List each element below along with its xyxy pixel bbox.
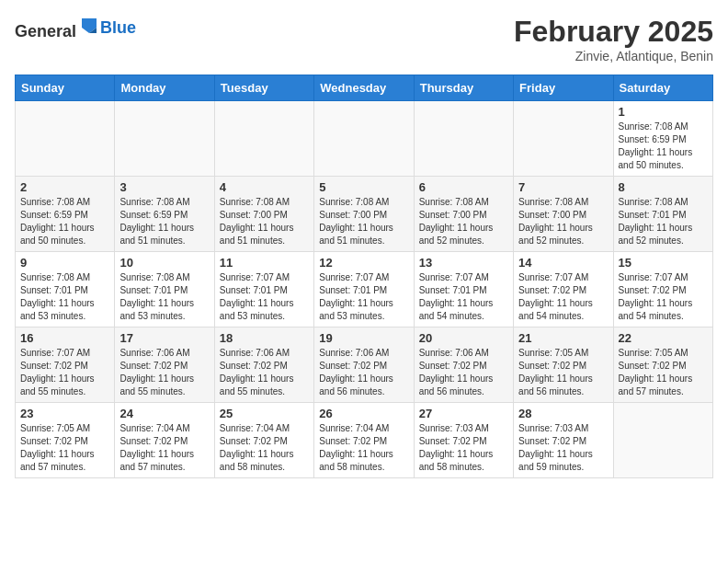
day-info: Sunrise: 7:06 AM Sunset: 7:02 PM Dayligh… <box>319 347 408 398</box>
day-info: Sunrise: 7:08 AM Sunset: 7:01 PM Dayligh… <box>619 196 708 247</box>
day-cell: 3Sunrise: 7:08 AM Sunset: 6:59 PM Daylig… <box>115 177 214 252</box>
day-cell: 27Sunrise: 7:03 AM Sunset: 7:02 PM Dayli… <box>414 403 513 478</box>
day-number: 16 <box>20 331 109 345</box>
day-number: 10 <box>119 256 209 270</box>
day-number: 13 <box>419 256 508 270</box>
location: Zinvie, Atlantique, Benin <box>514 49 713 63</box>
day-info: Sunrise: 7:04 AM Sunset: 7:02 PM Dayligh… <box>319 422 408 474</box>
weekday-header-wednesday: Wednesday <box>314 75 414 101</box>
day-number: 9 <box>20 256 109 270</box>
day-info: Sunrise: 7:05 AM Sunset: 7:02 PM Dayligh… <box>518 347 608 398</box>
month-title: February 2025 <box>514 15 713 49</box>
day-cell: 22Sunrise: 7:05 AM Sunset: 7:02 PM Dayli… <box>613 327 712 403</box>
day-cell <box>314 101 414 177</box>
day-info: Sunrise: 7:08 AM Sunset: 7:00 PM Dayligh… <box>419 196 508 247</box>
day-cell: 8Sunrise: 7:08 AM Sunset: 7:01 PM Daylig… <box>613 177 712 252</box>
day-info: Sunrise: 7:03 AM Sunset: 7:02 PM Dayligh… <box>518 422 608 474</box>
day-number: 8 <box>619 180 708 194</box>
day-number: 2 <box>20 180 109 194</box>
day-cell: 23Sunrise: 7:05 AM Sunset: 7:02 PM Dayli… <box>16 403 115 478</box>
logo-icon <box>78 15 100 37</box>
day-number: 23 <box>20 407 109 420</box>
day-cell: 10Sunrise: 7:08 AM Sunset: 7:01 PM Dayli… <box>115 252 214 327</box>
weekday-header-row: SundayMondayTuesdayWednesdayThursdayFrid… <box>16 75 713 101</box>
page-header: General Blue February 2025 Zinvie, Atlan… <box>15 15 713 63</box>
day-number: 5 <box>319 180 408 194</box>
day-number: 24 <box>119 407 209 420</box>
day-info: Sunrise: 7:05 AM Sunset: 7:02 PM Dayligh… <box>619 347 708 398</box>
day-cell: 28Sunrise: 7:03 AM Sunset: 7:02 PM Dayli… <box>514 403 613 478</box>
day-number: 3 <box>119 180 209 194</box>
day-number: 26 <box>319 407 408 420</box>
calendar-table: SundayMondayTuesdayWednesdayThursdayFrid… <box>15 75 713 478</box>
day-cell: 24Sunrise: 7:04 AM Sunset: 7:02 PM Dayli… <box>115 403 214 478</box>
day-info: Sunrise: 7:03 AM Sunset: 7:02 PM Dayligh… <box>419 422 508 474</box>
day-info: Sunrise: 7:06 AM Sunset: 7:02 PM Dayligh… <box>419 347 508 398</box>
day-number: 18 <box>220 331 309 345</box>
day-number: 25 <box>220 407 309 420</box>
day-number: 22 <box>619 331 708 345</box>
day-cell: 17Sunrise: 7:06 AM Sunset: 7:02 PM Dayli… <box>115 327 214 403</box>
day-cell: 15Sunrise: 7:07 AM Sunset: 7:02 PM Dayli… <box>613 252 712 327</box>
day-cell: 12Sunrise: 7:07 AM Sunset: 7:01 PM Dayli… <box>314 252 414 327</box>
day-info: Sunrise: 7:04 AM Sunset: 7:02 PM Dayligh… <box>220 422 309 474</box>
day-info: Sunrise: 7:07 AM Sunset: 7:01 PM Dayligh… <box>319 271 408 323</box>
day-cell: 26Sunrise: 7:04 AM Sunset: 7:02 PM Dayli… <box>314 403 414 478</box>
day-cell: 6Sunrise: 7:08 AM Sunset: 7:00 PM Daylig… <box>414 177 513 252</box>
day-number: 20 <box>419 331 508 345</box>
week-row-4: 16Sunrise: 7:07 AM Sunset: 7:02 PM Dayli… <box>16 327 713 403</box>
day-cell: 25Sunrise: 7:04 AM Sunset: 7:02 PM Dayli… <box>214 403 313 478</box>
day-number: 15 <box>619 256 708 270</box>
week-row-3: 9Sunrise: 7:08 AM Sunset: 7:01 PM Daylig… <box>16 252 713 327</box>
day-cell <box>16 101 115 177</box>
day-cell: 4Sunrise: 7:08 AM Sunset: 7:00 PM Daylig… <box>214 177 313 252</box>
day-info: Sunrise: 7:08 AM Sunset: 7:00 PM Dayligh… <box>319 196 408 247</box>
day-info: Sunrise: 7:08 AM Sunset: 6:59 PM Dayligh… <box>619 121 708 172</box>
day-cell: 2Sunrise: 7:08 AM Sunset: 6:59 PM Daylig… <box>16 177 115 252</box>
day-info: Sunrise: 7:08 AM Sunset: 7:00 PM Dayligh… <box>220 196 309 247</box>
day-cell: 5Sunrise: 7:08 AM Sunset: 7:00 PM Daylig… <box>314 177 414 252</box>
day-info: Sunrise: 7:08 AM Sunset: 6:59 PM Dayligh… <box>20 196 109 247</box>
day-number: 12 <box>319 256 408 270</box>
day-info: Sunrise: 7:07 AM Sunset: 7:01 PM Dayligh… <box>419 271 508 323</box>
day-info: Sunrise: 7:07 AM Sunset: 7:02 PM Dayligh… <box>518 271 608 323</box>
day-cell: 18Sunrise: 7:06 AM Sunset: 7:02 PM Dayli… <box>214 327 313 403</box>
weekday-header-friday: Friday <box>514 75 613 101</box>
day-cell: 14Sunrise: 7:07 AM Sunset: 7:02 PM Dayli… <box>514 252 613 327</box>
day-info: Sunrise: 7:08 AM Sunset: 6:59 PM Dayligh… <box>119 196 209 247</box>
day-number: 27 <box>419 407 508 420</box>
weekday-header-thursday: Thursday <box>414 75 513 101</box>
day-cell: 20Sunrise: 7:06 AM Sunset: 7:02 PM Dayli… <box>414 327 513 403</box>
day-cell <box>214 101 313 177</box>
week-row-1: 1Sunrise: 7:08 AM Sunset: 6:59 PM Daylig… <box>16 101 713 177</box>
day-cell: 16Sunrise: 7:07 AM Sunset: 7:02 PM Dayli… <box>16 327 115 403</box>
day-number: 17 <box>119 331 209 345</box>
day-info: Sunrise: 7:08 AM Sunset: 7:01 PM Dayligh… <box>119 271 209 323</box>
week-row-5: 23Sunrise: 7:05 AM Sunset: 7:02 PM Dayli… <box>16 403 713 478</box>
day-number: 19 <box>319 331 408 345</box>
day-info: Sunrise: 7:07 AM Sunset: 7:02 PM Dayligh… <box>619 271 708 323</box>
day-info: Sunrise: 7:08 AM Sunset: 7:00 PM Dayligh… <box>518 196 608 247</box>
logo-blue: Blue <box>100 18 136 38</box>
weekday-header-monday: Monday <box>115 75 214 101</box>
day-number: 14 <box>518 256 608 270</box>
day-cell: 13Sunrise: 7:07 AM Sunset: 7:01 PM Dayli… <box>414 252 513 327</box>
day-cell: 11Sunrise: 7:07 AM Sunset: 7:01 PM Dayli… <box>214 252 313 327</box>
day-number: 6 <box>419 180 508 194</box>
day-cell: 1Sunrise: 7:08 AM Sunset: 6:59 PM Daylig… <box>613 101 712 177</box>
day-cell: 9Sunrise: 7:08 AM Sunset: 7:01 PM Daylig… <box>16 252 115 327</box>
weekday-header-sunday: Sunday <box>16 75 115 101</box>
week-row-2: 2Sunrise: 7:08 AM Sunset: 6:59 PM Daylig… <box>16 177 713 252</box>
day-number: 28 <box>518 407 608 420</box>
day-cell: 21Sunrise: 7:05 AM Sunset: 7:02 PM Dayli… <box>514 327 613 403</box>
day-info: Sunrise: 7:05 AM Sunset: 7:02 PM Dayligh… <box>20 422 109 474</box>
day-info: Sunrise: 7:08 AM Sunset: 7:01 PM Dayligh… <box>20 271 109 323</box>
day-number: 21 <box>518 331 608 345</box>
day-cell <box>115 101 214 177</box>
title-block: February 2025 Zinvie, Atlantique, Benin <box>514 15 713 63</box>
day-info: Sunrise: 7:07 AM Sunset: 7:01 PM Dayligh… <box>220 271 309 323</box>
day-info: Sunrise: 7:06 AM Sunset: 7:02 PM Dayligh… <box>220 347 309 398</box>
weekday-header-tuesday: Tuesday <box>214 75 313 101</box>
day-cell: 7Sunrise: 7:08 AM Sunset: 7:00 PM Daylig… <box>514 177 613 252</box>
day-info: Sunrise: 7:06 AM Sunset: 7:02 PM Dayligh… <box>119 347 209 398</box>
